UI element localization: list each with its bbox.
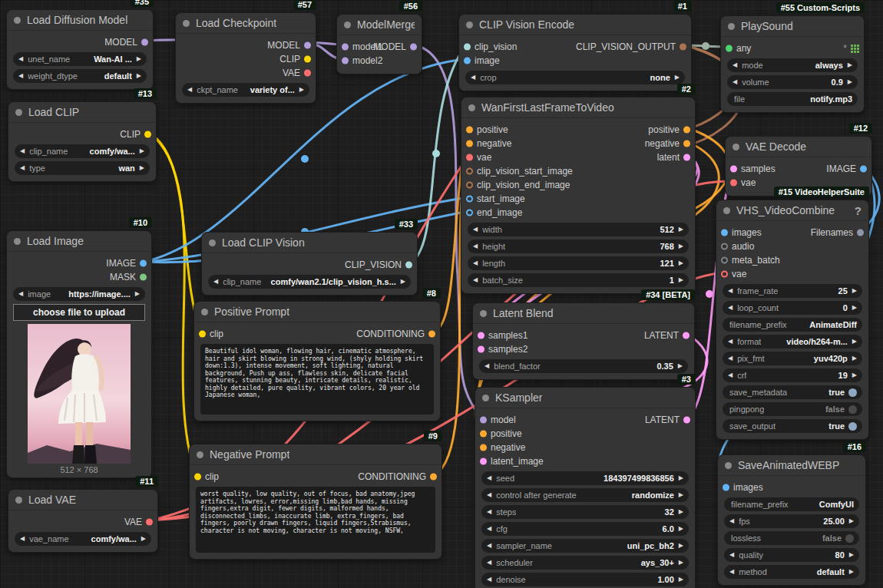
increment-arrow-icon[interactable]: ▶ bbox=[401, 279, 405, 285]
decrement-arrow-icon[interactable]: ◀ bbox=[473, 277, 478, 283]
widget-sampler-name[interactable]: ◀sampler_nameuni_pc_bh2▶ bbox=[481, 539, 689, 553]
widget-file[interactable]: filenotify.mp3 bbox=[727, 92, 858, 106]
widget-unet-name[interactable]: ◀unet_nameWan-AI ...▶ bbox=[13, 52, 147, 66]
widget-filename-prefix[interactable]: filename_prefixAnimateDiff bbox=[723, 318, 862, 332]
collapse-dot[interactable] bbox=[723, 207, 730, 214]
decrement-arrow-icon[interactable]: ◀ bbox=[733, 79, 737, 85]
input-port-samples2[interactable] bbox=[478, 346, 484, 353]
collapse-dot[interactable] bbox=[480, 310, 487, 317]
output-port-latent[interactable] bbox=[683, 417, 690, 424]
increment-arrow-icon[interactable]: ▶ bbox=[140, 165, 144, 171]
node-titlebar[interactable]: ModelMergeAdd bbox=[337, 15, 422, 35]
help-icon[interactable]: ? bbox=[855, 204, 862, 217]
widget-control-after-generate[interactable]: ◀control after generaterandomize▶ bbox=[481, 488, 689, 502]
widget-ckpt-name[interactable]: ◀ckpt_namevariety of...▶ bbox=[182, 83, 309, 97]
collapse-dot[interactable] bbox=[209, 239, 216, 246]
node-titlebar[interactable]: WanFirstLastFrameToVideo bbox=[461, 97, 695, 118]
increment-arrow-icon[interactable]: ▶ bbox=[679, 475, 683, 481]
input-port-model1[interactable] bbox=[342, 44, 349, 51]
decrement-arrow-icon[interactable]: ◀ bbox=[733, 62, 737, 68]
increment-arrow-icon[interactable]: ▶ bbox=[679, 260, 683, 266]
decrement-arrow-icon[interactable]: ◀ bbox=[729, 569, 734, 575]
decrement-arrow-icon[interactable]: ◀ bbox=[729, 518, 734, 524]
node-titlebar[interactable]: Negative Prompt bbox=[190, 444, 442, 465]
widget-pingpong[interactable]: pingpongfalse bbox=[723, 402, 862, 416]
input-port-latent-image[interactable] bbox=[480, 458, 487, 465]
increment-arrow-icon[interactable]: ▶ bbox=[679, 492, 683, 498]
increment-arrow-icon[interactable]: ▶ bbox=[852, 372, 857, 378]
widget-clip-name[interactable]: ◀clip_namecomfy/wan2.1/clip_vision_h.s..… bbox=[208, 275, 411, 289]
prompt-textarea[interactable]: Beautiful idol woman, flowing hair, cine… bbox=[200, 344, 434, 415]
output-port-image[interactable] bbox=[860, 166, 867, 173]
input-port-model2[interactable] bbox=[342, 58, 349, 64]
output-port-image[interactable] bbox=[140, 260, 147, 267]
node-titlebar[interactable]: CLIP Vision Encode bbox=[459, 15, 691, 35]
input-port-end-image[interactable] bbox=[466, 210, 473, 216]
collapse-dot[interactable] bbox=[14, 238, 21, 245]
widget-image[interactable]: ◀imagehttps://image....▶ bbox=[13, 287, 145, 301]
input-port-vae[interactable] bbox=[730, 180, 737, 187]
output-port-positive[interactable] bbox=[683, 127, 690, 134]
decrement-arrow-icon[interactable]: ◀ bbox=[20, 536, 25, 542]
widget-frame-rate[interactable]: ◀frame_rate25▶ bbox=[723, 284, 862, 298]
node-titlebar[interactable]: PlaySound bbox=[721, 16, 864, 37]
increment-arrow-icon[interactable]: ▶ bbox=[135, 291, 140, 297]
collapse-dot[interactable] bbox=[482, 395, 489, 401]
increment-arrow-icon[interactable]: ▶ bbox=[140, 148, 144, 154]
collapse-dot[interactable] bbox=[183, 20, 190, 27]
decrement-arrow-icon[interactable]: ◀ bbox=[473, 260, 478, 266]
decrement-arrow-icon[interactable]: ◀ bbox=[473, 226, 478, 233]
output-port-conditioning[interactable] bbox=[428, 331, 435, 338]
link-midpoint-dot[interactable] bbox=[432, 150, 440, 157]
prompt-textarea[interactable]: worst quality, low quality, out of focus… bbox=[196, 487, 435, 553]
widget-length[interactable]: ◀length121▶ bbox=[468, 256, 689, 270]
output-port-vae[interactable] bbox=[304, 70, 311, 77]
collapse-dot[interactable] bbox=[14, 17, 21, 24]
widget-save-output[interactable]: save_outputtrue bbox=[723, 419, 862, 433]
choose-file-button[interactable]: choose file to upload bbox=[13, 304, 145, 321]
increment-arrow-icon[interactable]: ▶ bbox=[678, 363, 683, 369]
link-midpoint-dot[interactable] bbox=[706, 290, 713, 298]
decrement-arrow-icon[interactable]: ◀ bbox=[487, 576, 491, 583]
decrement-arrow-icon[interactable]: ◀ bbox=[18, 73, 23, 79]
collapse-dot[interactable] bbox=[733, 144, 739, 150]
increment-arrow-icon[interactable]: ▶ bbox=[852, 339, 857, 345]
decrement-arrow-icon[interactable]: ◀ bbox=[728, 305, 733, 311]
link-midpoint-dot[interactable] bbox=[301, 155, 309, 163]
input-port-clip-vision-end-image[interactable] bbox=[466, 182, 473, 189]
input-port-positive[interactable] bbox=[466, 127, 473, 134]
node-options-grid-icon[interactable] bbox=[851, 45, 859, 53]
input-port-audio[interactable] bbox=[721, 243, 728, 250]
input-port-samples[interactable] bbox=[730, 166, 737, 173]
decrement-arrow-icon[interactable]: ◀ bbox=[213, 279, 218, 285]
output-port-latent[interactable] bbox=[683, 154, 690, 161]
widget-fps[interactable]: ◀fps25.00▶ bbox=[724, 514, 859, 528]
node-titlebar[interactable]: SaveAnimatedWEBP bbox=[718, 455, 865, 476]
widget-method[interactable]: ◀methoddefault▶ bbox=[724, 565, 859, 579]
decrement-arrow-icon[interactable]: ◀ bbox=[728, 288, 733, 294]
output-port-model[interactable] bbox=[304, 42, 311, 49]
decrement-arrow-icon[interactable]: ◀ bbox=[20, 165, 25, 171]
widget-seed[interactable]: ◀seed184397499836856▶ bbox=[481, 471, 689, 485]
output-port-filenames[interactable] bbox=[857, 230, 864, 236]
decrement-arrow-icon[interactable]: ◀ bbox=[487, 475, 491, 481]
input-port-vae[interactable] bbox=[466, 154, 473, 161]
increment-arrow-icon[interactable]: ▶ bbox=[852, 355, 857, 362]
widget-blend-factor[interactable]: ◀blend_factor0.35▶ bbox=[479, 359, 688, 373]
increment-arrow-icon[interactable]: ▶ bbox=[848, 62, 852, 68]
widget-quality[interactable]: ◀quality80▶ bbox=[724, 548, 859, 562]
input-port-samples1[interactable] bbox=[478, 332, 484, 339]
widget-batch-size[interactable]: ◀batch_size1▶ bbox=[468, 273, 689, 287]
increment-arrow-icon[interactable]: ▶ bbox=[679, 226, 683, 233]
output-port-latent[interactable] bbox=[683, 332, 690, 339]
input-port-images[interactable] bbox=[723, 484, 729, 491]
toggle-knob[interactable] bbox=[848, 422, 857, 431]
collapse-dot[interactable] bbox=[728, 23, 735, 30]
input-port-model[interactable] bbox=[480, 417, 487, 424]
widget-crop[interactable]: ◀cropnone▶ bbox=[465, 71, 685, 84]
collapse-dot[interactable] bbox=[725, 462, 732, 469]
decrement-arrow-icon[interactable]: ◀ bbox=[487, 560, 491, 566]
input-port-any[interactable] bbox=[726, 45, 733, 52]
widget-clip-name[interactable]: ◀clip_namecomfy/wa...▶ bbox=[15, 144, 150, 158]
increment-arrow-icon[interactable]: ▶ bbox=[848, 79, 852, 85]
